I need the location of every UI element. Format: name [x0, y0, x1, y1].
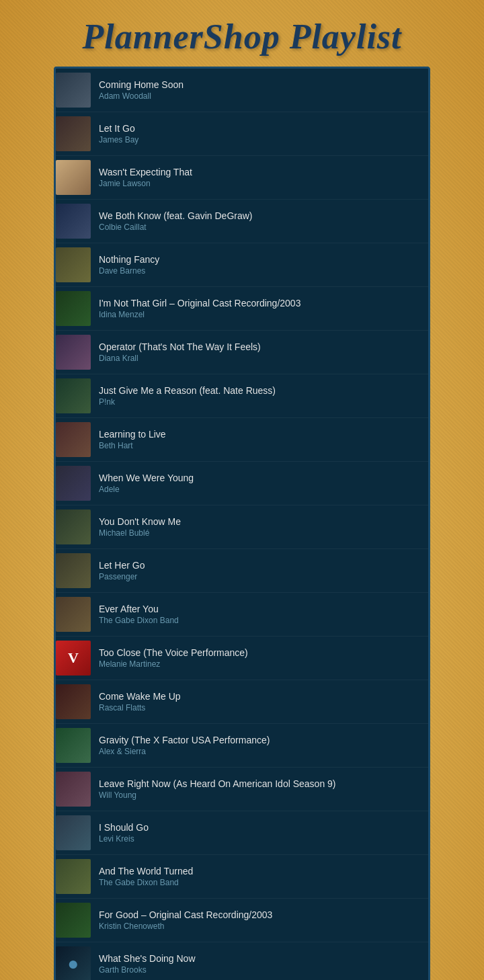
list-item[interactable]: When We Were YoungAdele — [56, 462, 428, 505]
list-item[interactable]: Learning to LiveBeth Hart — [56, 418, 428, 462]
list-item[interactable]: Gravity (The X Factor USA Performance)Al… — [56, 724, 428, 768]
song-info: And The World TurnedThe Gabe Dixon Band — [99, 866, 421, 887]
album-art — [56, 335, 91, 370]
song-info: Ever After YouThe Gabe Dixon Band — [99, 604, 421, 625]
list-item[interactable]: I Should GoLevi Kreis — [56, 811, 428, 855]
song-info: Just Give Me a Reason (feat. Nate Ruess)… — [99, 385, 421, 407]
album-art — [56, 859, 91, 894]
list-item[interactable]: Operator (That's Not The Way It Feels)Di… — [56, 331, 428, 374]
list-item[interactable]: Too Close (The Voice Performance)Melanie… — [56, 637, 428, 680]
album-art-image — [56, 291, 91, 326]
album-art — [56, 903, 91, 938]
song-title: You Don't Know Me — [99, 516, 421, 527]
song-title: Just Give Me a Reason (feat. Nate Ruess) — [99, 385, 421, 396]
list-item[interactable]: For Good – Original Cast Recording/2003K… — [56, 899, 428, 942]
song-info: Gravity (The X Factor USA Performance)Al… — [99, 735, 421, 756]
song-artist: Will Young — [99, 790, 421, 800]
song-info: Come Wake Me UpRascal Flatts — [99, 691, 421, 712]
album-art-image — [56, 378, 91, 413]
song-info: We Both Know (feat. Gavin DeGraw)Colbie … — [99, 210, 421, 232]
album-art — [56, 422, 91, 457]
album-art — [56, 684, 91, 719]
list-item[interactable]: What She's Doing NowGarth Brooks — [56, 942, 428, 980]
album-art-image — [56, 859, 91, 894]
album-art — [56, 204, 91, 239]
song-artist: The Gabe Dixon Band — [99, 878, 421, 887]
list-item[interactable]: Let Her GoPassenger — [56, 549, 428, 593]
song-title: And The World Turned — [99, 866, 421, 876]
list-item[interactable]: Just Give Me a Reason (feat. Nate Ruess)… — [56, 374, 428, 418]
list-item[interactable]: Let It GoJames Bay — [56, 112, 428, 156]
album-art-image — [56, 466, 91, 501]
album-art-image — [56, 772, 91, 807]
page-wrapper: PlannerShop Playlist Coming Home SoonAda… — [0, 0, 484, 980]
song-title: Leave Right Now (As Heard On American Id… — [99, 778, 421, 789]
song-artist: Rascal Flatts — [99, 703, 421, 712]
song-info: Learning to LiveBeth Hart — [99, 429, 421, 450]
list-item[interactable]: Coming Home SoonAdam Woodall — [56, 69, 428, 112]
album-art-image — [56, 946, 91, 980]
list-item[interactable]: Leave Right Now (As Heard On American Id… — [56, 768, 428, 811]
album-art — [56, 116, 91, 151]
song-artist: Idina Menzel — [99, 310, 421, 319]
album-art — [56, 597, 91, 632]
list-item[interactable]: Wasn't Expecting ThatJamie Lawson — [56, 156, 428, 200]
song-title: Coming Home Soon — [99, 79, 421, 90]
album-art-image — [56, 728, 91, 763]
album-art — [56, 641, 91, 676]
list-item[interactable]: Nothing FancyDave Barnes — [56, 243, 428, 287]
list-item[interactable]: You Don't Know MeMichael Bublé — [56, 505, 428, 549]
list-item[interactable]: And The World TurnedThe Gabe Dixon Band — [56, 855, 428, 899]
song-info: Let Her GoPassenger — [99, 560, 421, 581]
song-title: Too Close (The Voice Performance) — [99, 647, 421, 658]
song-title: I'm Not That Girl – Original Cast Record… — [99, 298, 421, 309]
album-art-image — [56, 553, 91, 588]
album-art — [56, 728, 91, 763]
song-artist: Michael Bublé — [99, 528, 421, 538]
song-artist: Diana Krall — [99, 354, 421, 363]
song-info: For Good – Original Cast Recording/2003K… — [99, 909, 421, 931]
song-title: Operator (That's Not The Way It Feels) — [99, 341, 421, 352]
song-title: Come Wake Me Up — [99, 691, 421, 702]
song-title: Learning to Live — [99, 429, 421, 440]
list-item[interactable]: I'm Not That Girl – Original Cast Record… — [56, 287, 428, 331]
song-title: Wasn't Expecting That — [99, 167, 421, 177]
list-item[interactable]: Ever After YouThe Gabe Dixon Band — [56, 593, 428, 637]
song-info: Too Close (The Voice Performance)Melanie… — [99, 647, 421, 669]
list-item[interactable]: We Both Know (feat. Gavin DeGraw)Colbie … — [56, 200, 428, 243]
song-title: Let It Go — [99, 123, 421, 134]
album-art-image — [56, 116, 91, 151]
album-art-image — [56, 335, 91, 370]
song-info: You Don't Know MeMichael Bublé — [99, 516, 421, 538]
song-artist: Dave Barnes — [99, 266, 421, 276]
album-art-image — [56, 247, 91, 282]
album-art — [56, 815, 91, 850]
song-title: Ever After You — [99, 604, 421, 614]
song-info: Operator (That's Not The Way It Feels)Di… — [99, 341, 421, 363]
album-art-image — [56, 204, 91, 239]
album-art — [56, 466, 91, 501]
list-item[interactable]: Come Wake Me UpRascal Flatts — [56, 680, 428, 724]
song-artist: Passenger — [99, 572, 421, 581]
song-title: For Good – Original Cast Recording/2003 — [99, 909, 421, 920]
album-art-image — [56, 597, 91, 632]
song-artist: James Bay — [99, 135, 421, 145]
song-title: What She's Doing Now — [99, 953, 421, 964]
song-artist: Colbie Caillat — [99, 222, 421, 232]
song-info: I'm Not That Girl – Original Cast Record… — [99, 298, 421, 319]
song-artist: P!nk — [99, 397, 421, 407]
album-art-image — [56, 509, 91, 544]
album-art — [56, 553, 91, 588]
album-art — [56, 378, 91, 413]
song-title: I Should Go — [99, 822, 421, 833]
album-art — [56, 160, 91, 195]
album-art-image — [56, 160, 91, 195]
song-title: We Both Know (feat. Gavin DeGraw) — [99, 210, 421, 221]
album-art — [56, 73, 91, 108]
song-info: I Should GoLevi Kreis — [99, 822, 421, 844]
song-info: Nothing FancyDave Barnes — [99, 254, 421, 276]
song-info: Leave Right Now (As Heard On American Id… — [99, 778, 421, 800]
page-title: PlannerShop Playlist — [69, 7, 415, 63]
album-art-image — [56, 815, 91, 850]
album-art — [56, 247, 91, 282]
